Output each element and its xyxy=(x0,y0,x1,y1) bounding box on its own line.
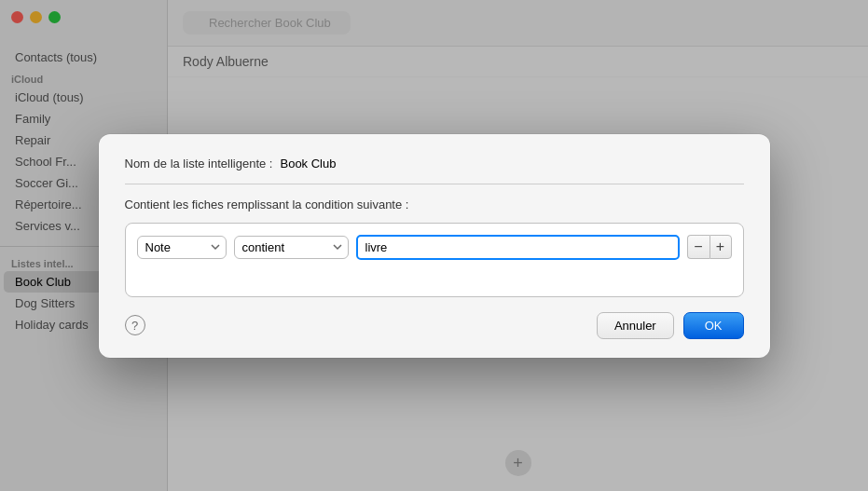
smart-list-name-input[interactable] xyxy=(280,157,743,170)
name-label: Nom de la liste intelligente : xyxy=(125,157,273,170)
ok-button[interactable]: OK xyxy=(683,312,744,339)
operator-selector[interactable]: contient ne contient pas est n'est pas c… xyxy=(234,236,349,259)
condition-row: Note Prénom Nom Société Email Téléphone … xyxy=(137,235,732,260)
cancel-button[interactable]: Annuler xyxy=(597,312,674,339)
dialog-footer: ? Annuler OK xyxy=(125,312,744,339)
condition-text-input[interactable] xyxy=(356,235,680,260)
smart-list-dialog: Nom de la liste intelligente : Contient … xyxy=(99,134,770,358)
condition-description: Contient les fiches remplissant la condi… xyxy=(125,198,744,211)
field-selector-wrapper: Note Prénom Nom Société Email Téléphone xyxy=(137,236,227,259)
footer-buttons: Annuler OK xyxy=(597,312,744,339)
minus-plus-group: − + xyxy=(687,235,732,259)
condition-area: Note Prénom Nom Société Email Téléphone … xyxy=(125,223,744,297)
help-button[interactable]: ? xyxy=(125,315,145,335)
app-window: Contacts (tous) iCloud iCloud (tous) Fam… xyxy=(0,0,868,491)
remove-condition-button[interactable]: − xyxy=(687,235,710,259)
field-selector[interactable]: Note Prénom Nom Société Email Téléphone xyxy=(137,236,227,259)
operator-selector-wrapper: contient ne contient pas est n'est pas c… xyxy=(234,236,349,259)
add-condition-button[interactable]: + xyxy=(710,235,732,259)
dialog-name-row: Nom de la liste intelligente : xyxy=(125,157,744,184)
modal-overlay: Nom de la liste intelligente : Contient … xyxy=(0,0,868,491)
